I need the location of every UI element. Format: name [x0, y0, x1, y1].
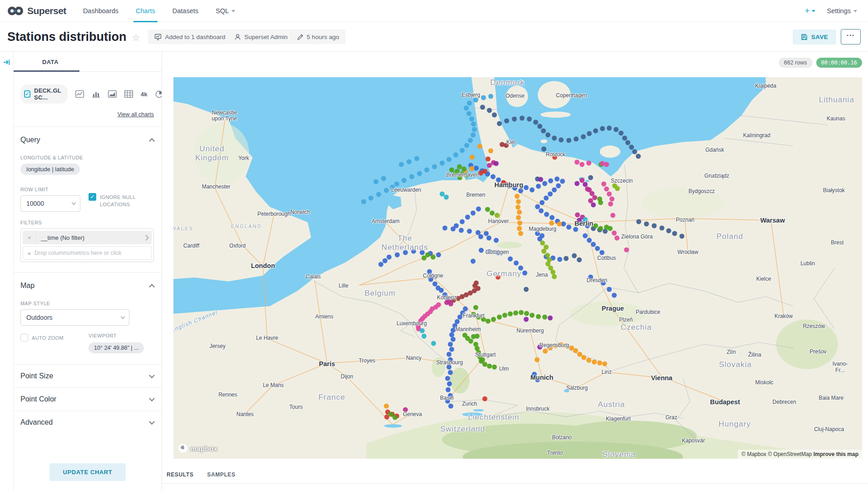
map-label: Kiel — [506, 140, 515, 146]
last-modified[interactable]: 5 hours ago — [297, 34, 339, 40]
update-chart-button[interactable]: UPDATE CHART — [49, 463, 126, 481]
settings-menu[interactable]: Settings — [827, 7, 857, 15]
map-label: Denmark — [490, 78, 525, 87]
map-label: English Channel — [173, 309, 218, 334]
map-label: Debrecen — [773, 399, 796, 406]
panel-collapse-strip — [0, 52, 14, 491]
map-label: Lille — [339, 283, 348, 289]
row-limit-select[interactable]: 10000 — [20, 195, 80, 212]
unchecked-checkbox-icon[interactable] — [20, 334, 28, 342]
section-point-color[interactable]: Point Color — [14, 388, 162, 411]
map-label: Bydgoszcz — [689, 188, 715, 195]
viz-4k-badge[interactable]: 4k — [141, 91, 148, 98]
viz-type-pill[interactable]: ✓ DECK.GL SC... — [20, 84, 68, 104]
nav-item-datasets[interactable]: Datasets — [164, 0, 207, 22]
superset-logo[interactable]: Superset — [0, 5, 74, 16]
map-label: Copenhagen — [556, 93, 587, 99]
line-chart-icon[interactable] — [75, 90, 84, 98]
map-label: United Kingdom — [195, 144, 229, 162]
auto-zoom-checkbox-row[interactable]: AUTO ZOOM — [20, 334, 89, 342]
pencil-icon — [297, 34, 304, 40]
more-actions-button[interactable]: ··· — [841, 29, 861, 45]
map-label: Basel — [440, 395, 454, 402]
filter-token[interactable]: × __time (No filter) — [23, 231, 152, 244]
save-icon — [801, 34, 808, 40]
map-label: Regensburg — [539, 342, 569, 349]
nav-item-sql[interactable]: SQL — [207, 0, 244, 22]
improve-map-link[interactable]: Improve this map — [814, 451, 858, 457]
map-label: Cottbus — [597, 255, 616, 262]
lon-lat-token[interactable]: longitude | latitude — [20, 164, 80, 175]
page-title: Stations distribution — [7, 30, 127, 44]
map-label: Peterborough — [257, 211, 291, 218]
favorite-star-icon[interactable]: ☆ — [132, 32, 140, 43]
pie-chart-icon[interactable] — [155, 90, 162, 98]
mapbox-logo[interactable]: mapbox — [178, 443, 218, 453]
section-query[interactable]: Query — [14, 127, 162, 150]
map-label: Germany — [487, 270, 522, 279]
bar-chart-icon[interactable] — [92, 90, 100, 98]
chevron-up-icon — [149, 284, 155, 290]
chevron-down-icon — [149, 419, 155, 425]
map-label: Klaipėda — [755, 83, 776, 89]
section-advanced[interactable]: Advanced — [14, 411, 162, 434]
map-label: Budapest — [710, 398, 740, 406]
tab-results[interactable]: RESULTS — [167, 471, 193, 483]
viewport-label: VIEWPORT — [89, 333, 144, 338]
area-chart-icon[interactable] — [108, 90, 117, 98]
ignore-null-checkbox-row[interactable]: ✓ IGNORE NULL LOCATIONS — [89, 193, 150, 208]
map-label: Göttingen — [485, 249, 509, 256]
chevron-up-icon — [149, 138, 155, 144]
map-label: Odense — [505, 93, 524, 99]
map-label: Rzeszów — [803, 323, 825, 330]
map-label: Berlin — [575, 219, 593, 227]
map-label: Nancy — [406, 355, 421, 362]
tab-samples[interactable]: SAMPLES — [207, 471, 235, 483]
mapbox-icon — [178, 443, 188, 453]
table-icon[interactable] — [124, 90, 133, 98]
chevron-down-icon — [121, 314, 125, 319]
deckgl-scatter-map[interactable]: DenmarkEsbjergOdenseCopenhagenKlaipėdaLi… — [173, 77, 862, 459]
map-label: Grudziądz — [705, 173, 730, 179]
chevron-down-icon — [812, 10, 815, 12]
viewport-value[interactable]: 10° 24' 49.86" | ... — [89, 342, 144, 353]
map-label: Kraków — [774, 313, 793, 320]
nav-item-dashboards[interactable]: Dashboards — [74, 0, 127, 22]
nav-item-charts[interactable]: Charts — [127, 0, 164, 22]
chart-owner[interactable]: Superset Admin — [234, 34, 287, 40]
chevron-down-icon — [149, 396, 155, 402]
chart-metadata: Added to 1 dashboard Superset Admin 5 ho… — [148, 30, 345, 44]
map-style-select[interactable]: Outdoors — [20, 309, 129, 326]
dashboard-count[interactable]: Added to 1 dashboard — [154, 33, 225, 40]
filter-drop-zone[interactable]: + Drop columns/metrics here or click — [23, 246, 152, 260]
data-panel: DATA ✓ DECK.GL SC... 4k View all charts … — [14, 52, 162, 491]
section-point-size[interactable]: Point Size — [14, 365, 162, 388]
map-label: Rennes — [218, 392, 237, 398]
query-timer-badge: 00:00:00.16 — [816, 58, 862, 68]
new-item-button[interactable]: + — [804, 6, 815, 16]
row-count-badge: 662 rows — [779, 58, 813, 68]
map-label: Klagenfurt — [606, 416, 631, 422]
section-map[interactable]: Map — [14, 273, 162, 296]
checked-checkbox-icon[interactable]: ✓ — [89, 193, 96, 201]
save-button[interactable]: SAVE — [793, 30, 836, 45]
expand-panel-icon[interactable] — [3, 58, 11, 66]
map-label: Esbjerg — [462, 92, 480, 99]
map-label: Zurich — [462, 401, 477, 407]
filters-box: × __time (No filter) + Drop columns/metr… — [20, 228, 154, 262]
tab-data[interactable]: DATA — [42, 59, 59, 71]
map-label: France — [318, 393, 345, 402]
map-label: Warsaw — [760, 217, 785, 224]
remove-filter-icon[interactable]: × — [23, 234, 36, 241]
map-label: Miskolc — [755, 380, 774, 386]
panel-tabs: DATA — [14, 52, 162, 72]
map-label: Prague — [602, 305, 624, 312]
map-label: Koblenz — [437, 295, 457, 301]
view-all-charts-link[interactable]: View all charts — [118, 111, 154, 118]
map-label: Geneva — [403, 412, 422, 418]
map-label: Le Havre — [256, 335, 278, 342]
map-labels-layer: DenmarkEsbjergOdenseCopenhagenKlaipėdaLi… — [173, 77, 862, 459]
map-label: Plzeň — [619, 317, 633, 323]
map-label: WALES — [173, 226, 193, 231]
map-label: Ivano-Fr... — [829, 361, 851, 374]
